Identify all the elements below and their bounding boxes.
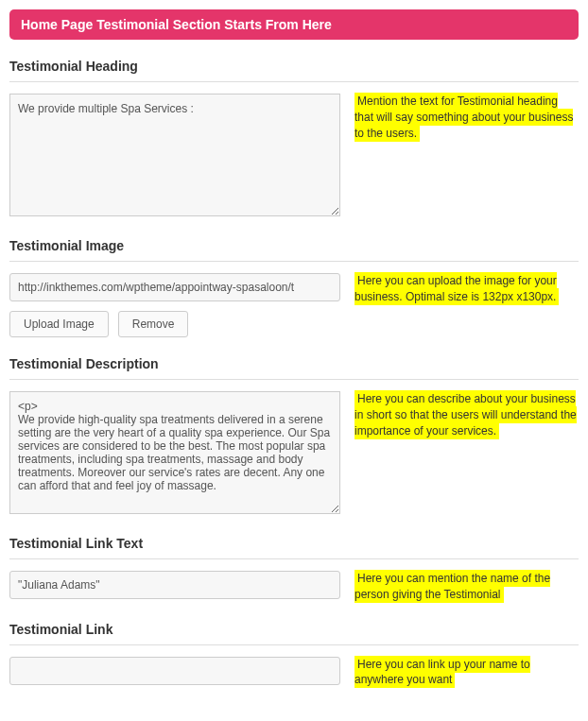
- testimonial-heading-input[interactable]: We provide multiple Spa Services :: [9, 94, 340, 216]
- testimonial-description-input[interactable]: <p> We provide high-quality spa treatmen…: [9, 391, 340, 514]
- help-text-link: Here you can link up your name to anywhe…: [355, 656, 530, 689]
- field-label-heading: Testimonial Heading: [9, 59, 579, 82]
- field-testimonial-image: Testimonial Image Upload Image Remove He…: [9, 238, 579, 337]
- field-testimonial-heading: Testimonial Heading We provide multiple …: [9, 59, 579, 219]
- field-testimonial-description: Testimonial Description <p> We provide h…: [9, 356, 579, 517]
- field-label-description: Testimonial Description: [9, 356, 579, 380]
- help-text-link-text: Here you can mention the name of the per…: [355, 570, 550, 603]
- field-label-image: Testimonial Image: [9, 238, 579, 262]
- upload-image-button[interactable]: Upload Image: [9, 311, 109, 337]
- field-testimonial-link-text: Testimonial Link Text Here you can menti…: [9, 536, 579, 603]
- testimonial-link-text-input[interactable]: [9, 571, 340, 599]
- remove-button[interactable]: Remove: [118, 311, 189, 337]
- testimonial-image-input[interactable]: [9, 273, 340, 301]
- section-header: Home Page Testimonial Section Starts Fro…: [9, 9, 579, 40]
- field-testimonial-link: Testimonial Link Here you can link up yo…: [9, 622, 579, 689]
- testimonial-link-input[interactable]: [9, 657, 340, 685]
- field-label-link: Testimonial Link: [9, 622, 579, 645]
- help-text-image: Here you can upload the image for your b…: [355, 272, 559, 305]
- help-text-description: Here you can describe about your busines…: [355, 390, 577, 439]
- field-label-link-text: Testimonial Link Text: [9, 536, 579, 559]
- help-text-heading: Mention the text for Testimonial heading…: [355, 93, 573, 142]
